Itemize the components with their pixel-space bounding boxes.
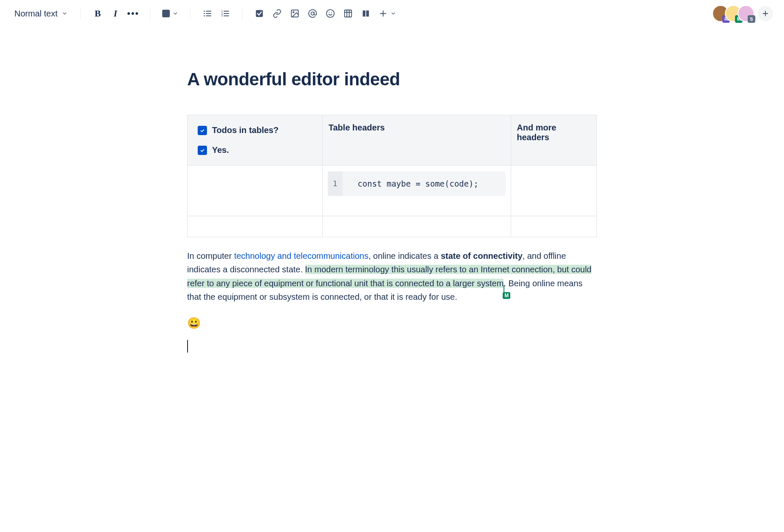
- table-row: 1 const maybe = some(code);: [188, 166, 597, 216]
- collaborator-avatars: R M S: [716, 5, 774, 22]
- svg-point-15: [311, 12, 314, 15]
- text-style-dropdown[interactable]: Normal text: [10, 6, 72, 21]
- layouts-icon: [361, 9, 370, 18]
- svg-rect-19: [345, 10, 352, 17]
- image-icon: [290, 9, 299, 18]
- plus-icon: [378, 9, 388, 18]
- remote-selection: e: [530, 265, 535, 274]
- bold-button[interactable]: B: [89, 5, 106, 22]
- document-body[interactable]: A wonderful editor indeed Todos in table…: [187, 27, 597, 405]
- italic-button[interactable]: I: [107, 5, 124, 22]
- task-item[interactable]: Yes.: [193, 141, 317, 159]
- toolbar-separator: [242, 7, 242, 20]
- text-caret: [187, 340, 188, 353]
- inline-link[interactable]: technology and telecommunications: [234, 251, 368, 261]
- numbered-list-button[interactable]: 123: [217, 5, 234, 22]
- chevron-down-icon: [62, 11, 68, 16]
- table-cell[interactable]: [511, 166, 597, 216]
- more-formatting-button[interactable]: •••: [125, 5, 142, 22]
- bullet-list-button[interactable]: [199, 5, 216, 22]
- chevron-down-icon: [172, 11, 178, 16]
- bold-icon: B: [95, 8, 101, 19]
- paragraph[interactable]: In computer technology and telecommunica…: [187, 249, 597, 304]
- document-title[interactable]: A wonderful editor indeed: [187, 69, 597, 90]
- table-cell[interactable]: [188, 166, 323, 216]
- image-button[interactable]: [286, 5, 303, 22]
- emoji-icon: [326, 9, 335, 18]
- link-icon: [272, 9, 282, 18]
- svg-text:3: 3: [221, 14, 223, 17]
- table-button[interactable]: [340, 5, 357, 22]
- svg-point-4: [204, 15, 205, 16]
- checkbox-icon: [255, 9, 264, 18]
- table-header-cell[interactable]: Table headers: [322, 115, 511, 166]
- task-item[interactable]: Todos in tables?: [193, 121, 317, 139]
- task-label: Todos in tables?: [212, 125, 278, 135]
- task-checkbox[interactable]: [198, 126, 207, 135]
- table-cell[interactable]: [322, 216, 511, 237]
- code-line-number: 1: [328, 171, 343, 196]
- emoji-button[interactable]: [322, 5, 339, 22]
- text-color-button[interactable]: [159, 7, 182, 20]
- table-icon: [343, 9, 353, 18]
- avatar-badge: S: [748, 15, 755, 23]
- editor-toolbar: Normal text B I ••• 123: [0, 0, 784, 27]
- content-table[interactable]: Todos in tables? Yes. Table headers And …: [187, 115, 597, 237]
- add-collaborator-button[interactable]: [757, 5, 774, 22]
- table-header-cell[interactable]: Todos in tables? Yes.: [188, 115, 323, 166]
- toolbar-separator: [80, 7, 81, 20]
- more-icon: •••: [127, 8, 139, 19]
- at-sign-icon: [308, 9, 317, 18]
- table-cell[interactable]: [188, 216, 323, 237]
- chevron-down-icon: [390, 11, 396, 16]
- task-checkbox[interactable]: [198, 146, 207, 155]
- check-icon: [199, 128, 205, 133]
- table-row: Todos in tables? Yes. Table headers And …: [188, 115, 597, 166]
- code-content[interactable]: const maybe = some(code);: [343, 171, 494, 196]
- italic-icon: I: [114, 8, 117, 19]
- emoji-grinning: 😀: [187, 317, 201, 329]
- svg-point-0: [204, 11, 205, 12]
- plus-icon: [761, 9, 770, 18]
- action-item-button[interactable]: [251, 5, 268, 22]
- layouts-button[interactable]: [357, 5, 374, 22]
- numbered-list-icon: 123: [220, 9, 230, 18]
- task-label: Yes.: [212, 145, 229, 155]
- toolbar-separator: [190, 7, 191, 20]
- bold-text: state of connectivity: [441, 251, 522, 261]
- svg-point-2: [204, 13, 205, 14]
- emoji-line[interactable]: 😀: [187, 317, 597, 330]
- svg-rect-23: [363, 11, 365, 17]
- mention-button[interactable]: [304, 5, 321, 22]
- insert-menu-button[interactable]: [375, 6, 400, 21]
- table-row: [188, 216, 597, 237]
- table-header-cell[interactable]: And more headers: [511, 115, 597, 166]
- svg-point-14: [293, 11, 294, 13]
- table-cell[interactable]: [511, 216, 597, 237]
- remote-selection: In modern terminology this usually refer…: [305, 265, 530, 274]
- check-icon: [199, 147, 205, 153]
- bullet-list-icon: [203, 9, 212, 18]
- link-button[interactable]: [269, 5, 286, 22]
- code-block[interactable]: 1 const maybe = some(code);: [328, 171, 506, 196]
- svg-rect-24: [366, 11, 369, 17]
- toolbar-separator: [150, 7, 150, 20]
- table-cell[interactable]: 1 const maybe = some(code);: [322, 166, 511, 216]
- svg-rect-12: [256, 10, 263, 17]
- svg-point-16: [327, 10, 334, 17]
- avatar[interactable]: S: [738, 5, 754, 22]
- text-style-label: Normal text: [14, 9, 57, 19]
- color-swatch-icon: [162, 10, 170, 17]
